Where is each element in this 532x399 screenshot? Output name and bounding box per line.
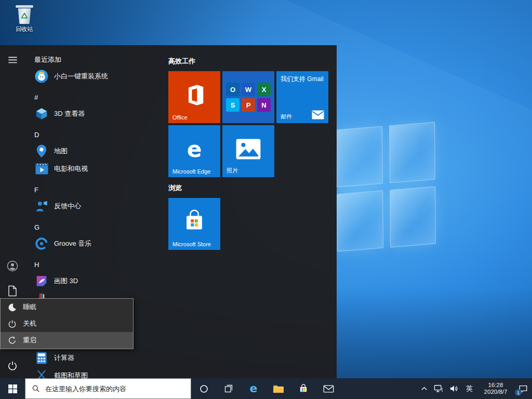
tile-promo-text: 我们支持 Gmail xyxy=(281,75,325,84)
tile-group: 浏览Microsoft Store xyxy=(168,183,330,250)
power-item-label: 关机 xyxy=(23,319,36,328)
search-icon xyxy=(32,384,40,393)
section-label: H xyxy=(34,261,39,269)
power-item-label: 重启 xyxy=(23,336,36,345)
tile-store[interactable]: Microsoft Store xyxy=(168,198,220,250)
sleep-icon xyxy=(7,302,17,312)
document-icon xyxy=(8,285,17,297)
office-apps-grid: OWXSPN xyxy=(222,71,274,123)
tile-office-apps-folder[interactable]: OWXSPN xyxy=(222,71,274,123)
quick-launch-area: e xyxy=(191,378,341,399)
outlook-mini-icon: O xyxy=(226,83,240,96)
rail-menu-button[interactable] xyxy=(0,49,25,70)
network-button[interactable] xyxy=(431,378,446,399)
app-label: 截图和草图 xyxy=(54,371,88,378)
windows-logo-icon xyxy=(8,384,17,393)
tile-office[interactable]: Office xyxy=(168,71,220,123)
mini-letter: S xyxy=(231,101,235,109)
taskbar-file-explorer-button[interactable] xyxy=(266,378,291,399)
word-mini-icon: W xyxy=(242,83,255,96)
wallpaper-pane xyxy=(336,126,382,188)
feedback-hub-icon xyxy=(34,199,49,214)
tile-photos[interactable]: 照片 xyxy=(222,125,274,177)
tile-grid: Microsoft Store xyxy=(168,198,330,250)
rail-power-button[interactable] xyxy=(0,355,25,376)
mini-letter: W xyxy=(245,86,251,94)
app-list-item[interactable]: 截图和草图 xyxy=(25,367,168,378)
wallpaper-pane xyxy=(390,187,436,248)
onenote-mini-icon: N xyxy=(257,98,271,112)
tile-label: 邮件 xyxy=(281,113,292,121)
app-list-section-header[interactable]: D xyxy=(25,127,168,142)
ime-indicator[interactable]: 英 xyxy=(462,378,477,399)
recycle-bin-label: 回收站 xyxy=(7,25,42,33)
power-icon xyxy=(7,361,18,371)
taskbar-search[interactable] xyxy=(25,378,191,399)
section-label: G xyxy=(34,223,39,231)
app-label: 反馈中心 xyxy=(54,202,81,211)
app-list-section-header[interactable]: H xyxy=(25,257,168,272)
maps-icon xyxy=(34,144,49,158)
taskbar-store-button[interactable] xyxy=(291,378,316,399)
calculator-icon xyxy=(34,351,49,365)
taskbar-cortana-button[interactable] xyxy=(191,378,216,399)
user-icon xyxy=(7,260,18,272)
power-menu-item-sleep[interactable]: 睡眠 xyxy=(1,299,133,315)
app-list-item[interactable]: 地图 xyxy=(25,142,168,160)
taskbar-mail-button[interactable] xyxy=(316,378,341,399)
start-menu-tile-area: 高效工作OfficeOWXSPN我们支持 Gmail邮件eMicrosoft E… xyxy=(168,56,330,250)
excel-mini-icon: X xyxy=(257,83,271,96)
shutdown-icon xyxy=(7,319,17,328)
file-explorer-icon xyxy=(273,384,284,393)
app-label: 画图 3D xyxy=(54,276,78,286)
power-flyout-menu: 睡眠关机重启 xyxy=(0,298,134,349)
app-list-section-header[interactable]: G xyxy=(25,219,168,235)
start-button[interactable] xyxy=(0,378,25,399)
app-list-section-header[interactable]: F xyxy=(25,182,168,197)
app-list-section-header[interactable]: # xyxy=(25,89,168,105)
app-label: 3D 查看器 xyxy=(54,109,85,118)
windows-logo-wallpaper xyxy=(336,122,436,252)
mini-letter: N xyxy=(261,101,266,109)
mail-tile-icon xyxy=(312,110,324,119)
app-list-item[interactable]: 计算器 xyxy=(25,349,168,367)
power-menu-item-shutdown[interactable]: 关机 xyxy=(1,315,133,332)
power-menu-item-restart[interactable]: 重启 xyxy=(1,332,133,349)
tile-label: 照片 xyxy=(227,167,238,175)
app-list-item[interactable]: 小白一键重装系统 xyxy=(25,68,168,85)
app-list-item[interactable]: 3D 查看器 xyxy=(25,105,168,123)
clock[interactable]: 16:28 2020/8/7 xyxy=(477,378,514,399)
volume-button[interactable] xyxy=(446,378,462,399)
taskbar: e 英 16:28 2020/8/7 1 xyxy=(0,378,532,399)
search-input[interactable] xyxy=(44,384,191,393)
tile-mail[interactable]: 我们支持 Gmail邮件 xyxy=(276,71,328,123)
groove-music-icon xyxy=(34,236,49,251)
app-list-section-header[interactable]: 最近添加 xyxy=(25,52,168,68)
taskbar-task-view-button[interactable] xyxy=(216,378,241,399)
powerpoint-mini-icon: P xyxy=(242,98,255,112)
recycle-bin[interactable]: 回收站 xyxy=(7,5,42,33)
hamburger-icon xyxy=(8,57,17,63)
restart-icon xyxy=(7,336,17,345)
snip-sketch-icon xyxy=(34,368,49,378)
notification-badge: 1 xyxy=(515,389,522,396)
volume-icon xyxy=(449,384,459,393)
tile-group-title[interactable]: 高效工作 xyxy=(168,56,330,66)
app-list-item[interactable]: 电影和电视 xyxy=(25,160,168,178)
action-center-button[interactable]: 1 xyxy=(514,378,532,399)
recycle-bin-body xyxy=(17,8,32,24)
wallpaper-pane xyxy=(389,122,435,183)
hidden-icons-button[interactable] xyxy=(418,378,431,399)
tile-edge[interactable]: eMicrosoft Edge xyxy=(168,125,220,177)
tile-group-title[interactable]: 浏览 xyxy=(168,183,330,193)
app-label: 小白一键重装系统 xyxy=(54,72,108,81)
rail-user-button[interactable] xyxy=(0,256,25,276)
taskbar-edge-button[interactable]: e xyxy=(241,378,266,399)
app-list-item[interactable]: 反馈中心 xyxy=(25,197,168,215)
app-list-item[interactable]: Groove 音乐 xyxy=(25,235,168,252)
recycle-bin-icon xyxy=(14,5,35,24)
xiaobai-installer-icon xyxy=(34,69,49,84)
viewer-3d-icon xyxy=(34,107,49,121)
app-list-item[interactable]: 画图 3D xyxy=(25,272,168,290)
app-label: 电影和电视 xyxy=(54,164,88,174)
